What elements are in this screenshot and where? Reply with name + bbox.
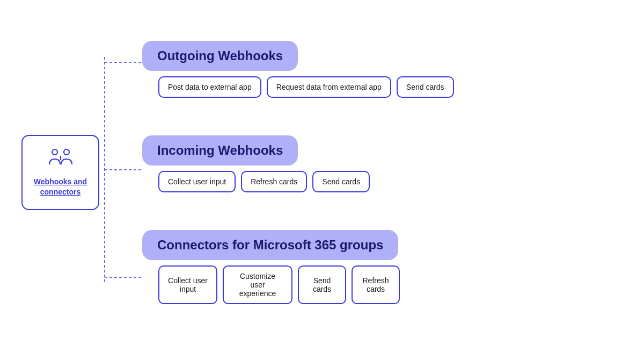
svg-point-2 bbox=[64, 149, 69, 155]
item-collect-user-input-2: Collect user input bbox=[158, 171, 236, 192]
item-refresh-cards-2: Refresh cards bbox=[241, 171, 307, 192]
svg-point-0 bbox=[52, 149, 57, 155]
item-request-data: Request data from external app bbox=[267, 76, 391, 98]
connectors-365-items: Collect user input Customize user experi… bbox=[142, 265, 623, 304]
sections-container: Outgoing Webhooks Post data to external … bbox=[142, 17, 623, 328]
item-send-cards-2: Send cards bbox=[312, 171, 370, 192]
outgoing-webhooks-items: Post data to external app Request data f… bbox=[142, 76, 623, 98]
outgoing-webhooks-title: Outgoing Webhooks bbox=[157, 48, 283, 63]
left-node[interactable]: Webhooks and connectors bbox=[21, 135, 99, 210]
section-connectors-365: Connectors for Microsoft 365 groups Coll… bbox=[142, 230, 623, 304]
section-incoming-webhooks: Incoming Webhooks Collect user input Ref… bbox=[142, 135, 623, 192]
incoming-webhooks-title: Incoming Webhooks bbox=[157, 143, 283, 157]
webhooks-link[interactable]: Webhooks and connectors bbox=[31, 177, 90, 196]
connectors-365-header: Connectors for Microsoft 365 groups bbox=[142, 230, 398, 260]
item-collect-user-input-3: Collect user input bbox=[158, 265, 217, 304]
webhooks-icon bbox=[47, 148, 74, 172]
incoming-webhooks-items: Collect user input Refresh cards Send ca… bbox=[142, 171, 623, 192]
outgoing-webhooks-header: Outgoing Webhooks bbox=[142, 41, 298, 71]
item-post-data: Post data to external app bbox=[158, 76, 261, 98]
item-customize-user-experience: Customize user experience bbox=[223, 265, 292, 304]
connector-lines bbox=[99, 14, 142, 326]
section-outgoing-webhooks: Outgoing Webhooks Post data to external … bbox=[142, 41, 623, 98]
item-send-cards-1: Send cards bbox=[397, 76, 454, 98]
connectors-365-title: Connectors for Microsoft 365 groups bbox=[157, 238, 383, 252]
item-refresh-cards-3: Refresh cards bbox=[352, 265, 400, 304]
incoming-webhooks-header: Incoming Webhooks bbox=[142, 135, 298, 166]
diagram-container: Webhooks and connectors Outgoing Webhook… bbox=[0, 0, 644, 345]
item-send-cards-3: Send cards bbox=[298, 265, 346, 304]
